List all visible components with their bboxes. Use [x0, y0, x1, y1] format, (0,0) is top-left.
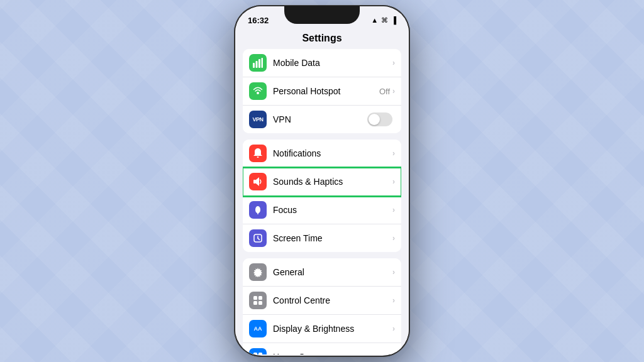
svg-rect-0	[253, 63, 255, 68]
screen-time-icon	[249, 229, 267, 247]
personal-hotspot-label: Personal Hotspot	[273, 86, 379, 96]
focus-icon	[249, 201, 267, 219]
screen-time-label: Screen Time	[273, 233, 392, 243]
settings-item-screen-time[interactable]: Screen Time ›	[243, 224, 401, 252]
display-brightness-label: Display & Brightness	[273, 324, 392, 334]
display-brightness-icon: AA	[249, 320, 267, 337]
home-screen-label: Home Screen	[273, 352, 392, 354]
settings-item-personal-hotspot[interactable]: Personal Hotspot Off ›	[243, 77, 401, 106]
screen-time-chevron: ›	[392, 234, 395, 243]
settings-content: Mobile Data › Personal Hotspot Off ›	[235, 49, 409, 354]
mobile-data-icon	[249, 54, 267, 72]
home-screen-chevron: ›	[392, 353, 395, 354]
personal-hotspot-value: Off	[379, 87, 390, 96]
svg-marker-7	[256, 177, 259, 186]
battery-icon: ▐	[391, 16, 396, 24]
svg-line-10	[258, 238, 260, 240]
focus-chevron: ›	[392, 206, 395, 214]
svg-rect-12	[253, 296, 257, 300]
settings-group-notifications: Notifications › Sounds & Haptics ›	[243, 140, 401, 252]
settings-group-connectivity: Mobile Data › Personal Hotspot Off ›	[243, 49, 401, 133]
personal-hotspot-icon	[249, 82, 267, 100]
personal-hotspot-chevron: ›	[392, 87, 395, 96]
svg-rect-1	[256, 61, 258, 68]
settings-item-focus[interactable]: Focus ›	[243, 196, 401, 224]
svg-rect-16	[253, 353, 257, 354]
status-time: 16:32	[248, 16, 269, 25]
sounds-haptics-icon	[249, 173, 267, 190]
sounds-haptics-label: Sounds & Haptics	[273, 177, 392, 187]
settings-item-vpn[interactable]: VPN VPN	[243, 106, 401, 133]
sounds-haptics-chevron: ›	[392, 177, 395, 186]
mobile-data-chevron: ›	[392, 58, 395, 67]
settings-item-sounds-haptics[interactable]: Sounds & Haptics ›	[243, 168, 401, 196]
control-centre-label: Control Centre	[273, 295, 392, 305]
notifications-label: Notifications	[273, 148, 392, 158]
notifications-icon	[249, 145, 267, 162]
settings-item-general[interactable]: General ›	[243, 258, 401, 287]
vpn-toggle[interactable]	[367, 112, 392, 126]
settings-group-display: General › Control Centre ›	[243, 258, 401, 354]
vpn-label: VPN	[273, 114, 367, 124]
settings-item-display-brightness[interactable]: AA Display & Brightness ›	[243, 315, 401, 343]
page-title: Settings	[235, 29, 409, 49]
general-label: General	[273, 267, 392, 277]
display-brightness-chevron: ›	[392, 324, 395, 333]
phone-frame: 16:32 ▲ ⌘ ▐ Settings	[234, 5, 410, 357]
wifi-icon: ⌘	[381, 16, 388, 25]
svg-rect-14	[253, 301, 257, 305]
svg-rect-15	[258, 301, 262, 305]
svg-rect-6	[253, 180, 256, 184]
mobile-data-label: Mobile Data	[273, 58, 392, 68]
settings-item-home-screen[interactable]: Home Screen ›	[243, 343, 401, 354]
settings-item-notifications[interactable]: Notifications ›	[243, 140, 401, 168]
settings-item-mobile-data[interactable]: Mobile Data ›	[243, 49, 401, 77]
notifications-chevron: ›	[392, 149, 395, 158]
vpn-icon: VPN	[249, 111, 267, 128]
svg-rect-3	[262, 58, 264, 68]
settings-item-control-centre[interactable]: Control Centre ›	[243, 287, 401, 315]
general-chevron: ›	[392, 268, 395, 277]
status-icons: ▲ ⌘ ▐	[371, 16, 396, 25]
home-screen-icon	[249, 348, 267, 354]
svg-rect-13	[258, 296, 262, 300]
focus-label: Focus	[273, 205, 392, 215]
svg-rect-17	[258, 353, 262, 354]
control-centre-icon	[249, 292, 267, 309]
notch	[284, 6, 360, 24]
svg-point-4	[257, 92, 259, 94]
signal-icon: ▲	[371, 16, 378, 24]
svg-rect-5	[257, 156, 259, 158]
general-icon	[249, 263, 267, 281]
control-centre-chevron: ›	[392, 296, 395, 305]
svg-rect-2	[258, 59, 260, 68]
